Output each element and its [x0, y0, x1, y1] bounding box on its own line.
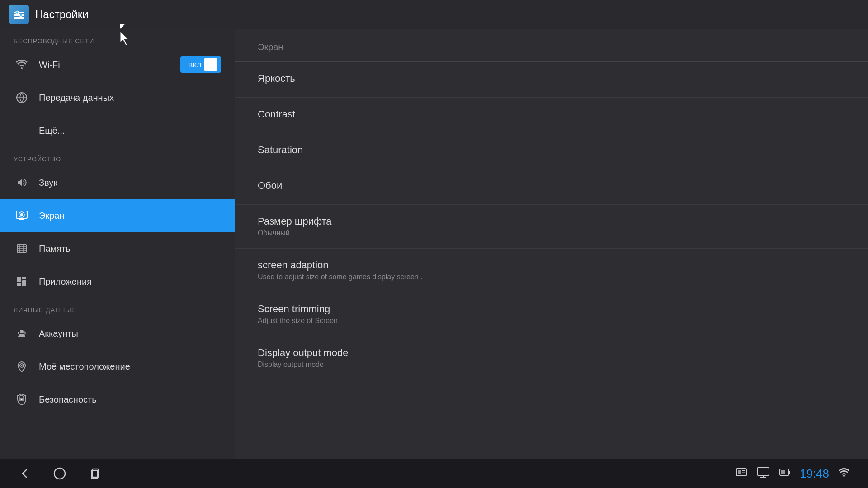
setting-saturation[interactable]: Saturation	[235, 133, 868, 169]
svg-rect-29	[743, 470, 745, 471]
wifi-label: Wi-Fi	[39, 60, 60, 70]
svg-marker-6	[18, 179, 22, 186]
svg-rect-31	[742, 474, 744, 474]
screen-trimming-title: Screen trimming	[258, 303, 845, 315]
svg-point-22	[21, 399, 23, 400]
battery-icon	[779, 467, 791, 480]
svg-rect-16	[22, 277, 26, 279]
contrast-title: Contrast	[258, 108, 845, 120]
memory-label: Память	[39, 244, 71, 254]
security-label: Безопасность	[39, 394, 97, 405]
home-button[interactable]	[53, 467, 66, 480]
svg-rect-27	[738, 470, 741, 474]
apps-icon	[14, 273, 30, 290]
time-display: 19:48	[800, 467, 829, 481]
setting-screen-adaption[interactable]: screen adaption Used to adjust size of s…	[235, 249, 868, 292]
data-icon	[14, 89, 30, 106]
sidebar-item-screen[interactable]: Экран	[0, 199, 235, 232]
toggle-switch[interactable]: ВКЛ	[180, 56, 221, 73]
setting-wallpaper[interactable]: Обои	[235, 169, 868, 205]
svg-rect-18	[22, 280, 26, 286]
accounts-icon	[14, 325, 30, 342]
main-content: БЕСПРОВОДНЫЕ СЕТИ Wi-Fi ВКЛ	[0, 29, 868, 459]
setting-font-size[interactable]: Размер шрифта Обычный	[235, 205, 868, 249]
toggle-label: ВКЛ	[188, 61, 201, 69]
svg-point-39	[843, 475, 845, 477]
more-icon	[14, 122, 30, 139]
recents-button[interactable]	[89, 467, 101, 480]
sidebar-item-location[interactable]: Моё местоположение	[0, 350, 235, 383]
svg-rect-0	[14, 12, 24, 13]
setting-screen-trimming[interactable]: Screen trimming Adjust the size of Scree…	[235, 292, 868, 336]
panel-title: Экран	[235, 29, 868, 62]
display-status-icon	[756, 467, 770, 480]
font-size-title: Размер шрифта	[258, 216, 845, 227]
sidebar-item-security[interactable]: Безопасность	[0, 383, 235, 416]
wifi-toggle[interactable]: ВКЛ	[180, 56, 221, 73]
toggle-knob	[204, 58, 217, 71]
display-output-subtitle: Display output mode	[258, 361, 845, 369]
saturation-title: Saturation	[258, 144, 845, 156]
storage-icon	[736, 467, 747, 480]
sidebar-item-more[interactable]: Ещё...	[0, 114, 235, 147]
accounts-label: Аккаунты	[39, 328, 78, 339]
back-button[interactable]	[18, 467, 31, 480]
more-label: Ещё...	[39, 126, 65, 136]
svg-point-3	[16, 11, 19, 14]
setting-display-output[interactable]: Display output mode Display output mode	[235, 336, 868, 380]
memory-icon	[14, 240, 30, 257]
sidebar: БЕСПРОВОДНЫЕ СЕТИ Wi-Fi ВКЛ	[0, 29, 235, 459]
bottom-bar: 19:48	[0, 459, 868, 488]
right-panel: Экран Яркость Contrast Saturation Обои Р…	[235, 29, 868, 459]
font-size-subtitle: Обычный	[258, 229, 845, 237]
setting-brightness[interactable]: Яркость	[235, 62, 868, 98]
svg-rect-28	[742, 470, 743, 471]
section-header-device: УСТРОЙСТВО	[0, 147, 235, 166]
security-icon	[14, 391, 30, 408]
sidebar-item-sound[interactable]: Звук	[0, 166, 235, 199]
sidebar-item-apps[interactable]: Приложения	[0, 265, 235, 298]
app-title: Настройки	[35, 8, 89, 21]
sidebar-item-memory[interactable]: Память	[0, 232, 235, 265]
brightness-title: Яркость	[258, 73, 845, 84]
svg-point-23	[54, 468, 65, 479]
apps-label: Приложения	[39, 277, 92, 287]
screen-adaption-subtitle: Used to adjust size of some games displa…	[258, 273, 845, 281]
svg-rect-17	[17, 283, 21, 286]
data-label: Передача данных	[39, 93, 114, 103]
screen-trimming-subtitle: Adjust the size of Screen	[258, 317, 845, 325]
location-label: Моё местоположение	[39, 361, 130, 372]
svg-point-8	[20, 213, 23, 216]
wallpaper-title: Обои	[258, 180, 845, 192]
display-output-title: Display output mode	[258, 347, 845, 359]
svg-point-4	[19, 14, 22, 17]
top-bar: Настройки	[0, 0, 868, 29]
svg-rect-1	[14, 14, 24, 16]
sound-label: Звук	[39, 178, 57, 188]
setting-contrast[interactable]: Contrast	[235, 98, 868, 133]
svg-rect-30	[742, 472, 745, 473]
screen-adaption-title: screen adaption	[258, 259, 845, 271]
svg-rect-2	[14, 17, 24, 19]
sound-icon	[14, 174, 30, 191]
svg-rect-38	[781, 470, 785, 474]
svg-rect-37	[789, 471, 790, 474]
wifi-status-icon	[838, 467, 850, 480]
svg-rect-15	[17, 277, 21, 282]
app-icon	[9, 5, 29, 24]
sidebar-item-accounts[interactable]: Аккаунты	[0, 317, 235, 350]
svg-rect-32	[757, 468, 769, 475]
nav-buttons	[18, 467, 101, 480]
screen-label: Экран	[39, 211, 64, 221]
status-bar: 19:48	[736, 467, 850, 481]
screen-icon	[14, 207, 30, 224]
sidebar-item-data[interactable]: Передача данных	[0, 81, 235, 114]
svg-point-20	[21, 365, 23, 366]
section-header-wireless: БЕСПРОВОДНЫЕ СЕТИ	[0, 29, 235, 48]
sidebar-item-wifi[interactable]: Wi-Fi ВКЛ	[0, 48, 235, 81]
location-icon	[14, 358, 30, 375]
wifi-icon	[14, 56, 30, 73]
section-header-personal: ЛИЧНЫЕ ДАННЫЕ	[0, 298, 235, 317]
